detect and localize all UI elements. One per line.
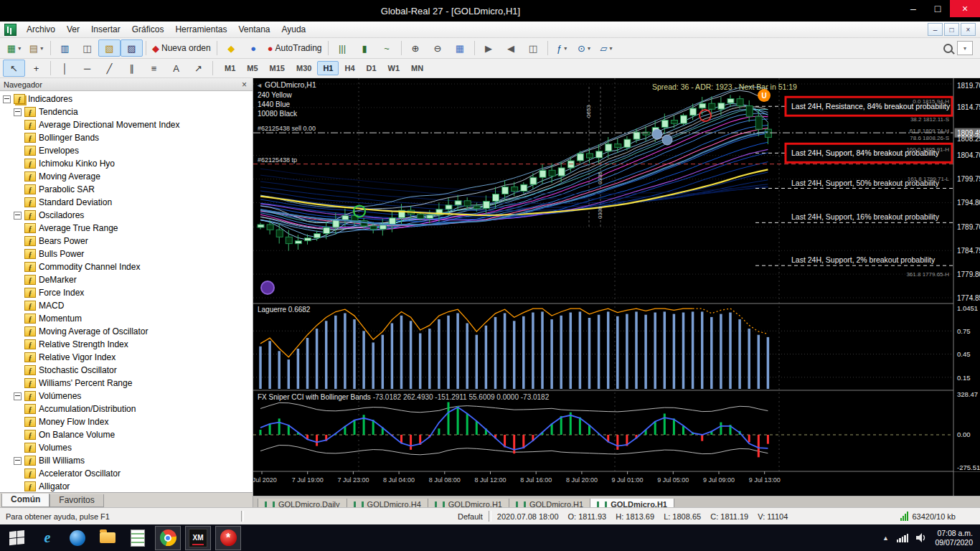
tree-item-bollinger-bands[interactable]: Bollinger Bands [0,131,253,144]
text-label-button[interactable]: A [165,60,187,77]
tree-item-average-true-range[interactable]: Average True Range [0,222,253,235]
network-icon[interactable] [897,534,909,542]
zoom-in-button[interactable]: ⊕ [405,39,427,57]
timeframe-h4[interactable]: H4 [339,61,360,75]
expert-advisors-button[interactable]: ● [242,39,265,57]
navigator-tab-com-n[interactable]: Común [1,494,50,507]
candlestick-chart-button[interactable]: ▮ [354,39,376,57]
tree-item-osciladores[interactable]: Osciladores [0,209,253,222]
line-chart-button[interactable]: ~ [376,39,398,57]
collapse-icon[interactable] [14,212,22,220]
tree-item-momentum[interactable]: Momentum [0,312,253,325]
navigator-tab-favoritos[interactable]: Favoritos [50,494,103,507]
xm-icon[interactable]: XM [185,526,211,550]
timeframe-mn[interactable]: MN [405,61,429,75]
tree-item-tendencia[interactable]: Tendencia [0,105,253,118]
app-sphere-icon[interactable] [65,526,90,550]
search-icon[interactable] [943,44,953,53]
mdi-restore-button[interactable]: □ [944,23,959,36]
collapse-icon[interactable] [14,392,22,400]
periods-button[interactable]: ⊙▾ [573,39,595,57]
timeframe-m15[interactable]: M15 [264,61,291,75]
cursor-button[interactable]: ↖ [3,60,25,77]
timeframe-m5[interactable]: M5 [241,61,263,75]
close-button[interactable]: × [950,0,980,17]
menu-ventana[interactable]: Ventana [232,22,275,37]
start-button[interactable] [4,526,30,550]
tree-item-commodity-channel-index[interactable]: Commodity Channel Index [0,260,253,273]
arrow-objects-button[interactable]: ↗ [187,60,209,77]
navigator-button[interactable]: ▧ [98,39,121,57]
speaker-icon[interactable] [916,533,927,542]
tree-item-stochastic-oscillator[interactable]: Stochastic Oscillator [0,364,253,377]
profiles-button[interactable]: ▤▾ [25,39,47,57]
timeframe-w1[interactable]: W1 [382,61,406,75]
collapse-icon[interactable] [3,95,11,103]
tree-item-on-balance-volume[interactable]: On Balance Volume [0,428,253,441]
search-dropdown[interactable]: ▾ [957,41,973,55]
horizontal-line-button[interactable]: ─ [76,60,98,77]
collapse-icon[interactable] [14,457,22,465]
equidistant-channel-button[interactable]: ∥ [121,60,143,77]
timeframe-m1[interactable]: M1 [219,61,241,75]
auto-scroll-button[interactable]: ▶ [478,39,500,57]
menu-insertar[interactable]: Insertar [85,22,126,37]
tray-expand-icon[interactable]: ▲ [882,534,889,542]
maximize-button[interactable]: □ [925,0,950,17]
tree-item-bears-power[interactable]: Bears Power [0,235,253,248]
bar-chart-button[interactable]: ||| [331,39,354,57]
chart-shift-button[interactable]: ◀ [500,39,522,57]
trendline-button[interactable]: ╱ [98,60,121,77]
tree-item-average-directional-movement-index[interactable]: Average Directional Movement Index [0,118,253,131]
tree-item-force-index[interactable]: Force Index [0,286,253,299]
fibonacci-button[interactable]: ≡ [143,60,165,77]
autotrading-button[interactable]: ●AutoTrading [265,39,325,57]
tree-item-relative-strength-index[interactable]: Relative Strength Index [0,338,253,351]
tree-item-ichimoku-kinko-hyo[interactable]: Ichimoku Kinko Hyo [0,157,253,170]
status-profile[interactable]: Default [458,512,483,521]
navigator-close-icon[interactable]: × [240,80,249,90]
tree-item-standard-deviation[interactable]: Standard Deviation [0,196,253,209]
menu-herramientas[interactable]: Herramientas [169,22,232,37]
menu-gr-ficos[interactable]: Gráficos [126,22,170,37]
tree-item-demarker[interactable]: DeMarker [0,273,253,286]
metaeditor-button[interactable]: ◆ [220,39,242,57]
tree-item-moving-average-of-oscillator[interactable]: Moving Average of Oscillator [0,325,253,338]
tree-item-accelerator-oscillator[interactable]: Accelerator Oscillator [0,467,253,480]
chrome-icon[interactable] [155,526,181,550]
timeframe-m30[interactable]: M30 [291,61,317,75]
notepad-icon[interactable] [125,526,151,550]
tree-item-alligator[interactable]: Alligator [0,480,253,492]
mdi-close-button[interactable]: × [961,23,976,36]
new-chart-button[interactable]: ▦▾ [3,39,25,57]
tile-windows-button[interactable]: ◫ [522,39,545,57]
tree-item-bill-williams[interactable]: Bill Williams [0,454,253,467]
tree-item-volumes[interactable]: Volumes [0,441,253,454]
folder-icon[interactable] [95,526,121,550]
vertical-line-button[interactable]: │ [54,60,76,77]
new-order-button[interactable]: ◆Nueva orden [149,39,214,57]
tree-item-relative-vigor-index[interactable]: Relative Vigor Index [0,351,253,364]
tree-item-money-flow-index[interactable]: Money Flow Index [0,415,253,428]
zoom-out-button[interactable]: ⊖ [427,39,449,57]
table-grid-button[interactable]: ▦ [449,39,471,57]
timeframe-d1[interactable]: D1 [361,61,382,75]
menu-ver[interactable]: Ver [61,22,85,37]
chart-area[interactable]: #62125438 sell 0.00#62125438 tpLast 24H,… [253,78,980,496]
market-watch-button[interactable]: ▥ [54,39,76,57]
templates-button[interactable]: ▱▾ [595,39,618,57]
tree-item-moving-average[interactable]: Moving Average [0,170,253,183]
taskbar-clock[interactable]: 07:08 a.m. 09/07/2020 [935,529,973,547]
timeframe-h1[interactable]: H1 [317,61,339,75]
tree-item-parabolic-sar[interactable]: Parabolic SAR [0,183,253,196]
tree-item-bulls-power[interactable]: Bulls Power [0,248,253,260]
data-window-button[interactable]: ◫ [76,39,98,57]
tree-item-accumulation-distribution[interactable]: Accumulation/Distribution [0,402,253,415]
tree-item-envelopes[interactable]: Envelopes [0,144,253,157]
crosshair-button[interactable]: + [25,60,47,77]
tree-item-macd[interactable]: MACD [0,299,253,312]
tree-item-williams-percent-range[interactable]: Williams' Percent Range [0,377,253,390]
tree-item-vol-menes[interactable]: Volúmenes [0,390,253,402]
minimize-button[interactable]: – [901,0,925,17]
mdi-minimize-button[interactable]: – [928,23,943,36]
